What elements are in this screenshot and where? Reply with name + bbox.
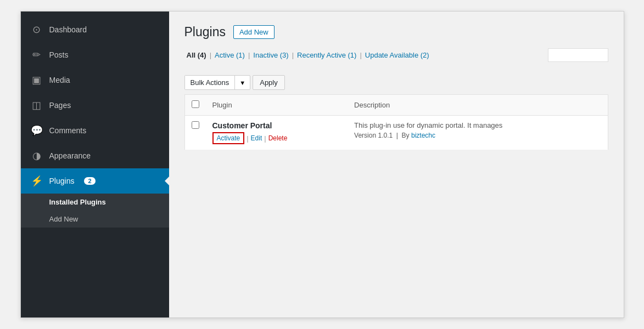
filter-active[interactable]: Active (1): [212, 51, 247, 59]
sidebar-item-label: Posts: [49, 50, 69, 59]
select-all-checkbox[interactable]: [192, 100, 199, 108]
comments-icon: 💬: [31, 124, 43, 137]
sidebar-item-label: Comments: [49, 126, 87, 135]
page-header: Plugins Add New: [184, 25, 608, 39]
filter-update-available[interactable]: Update Available (2): [363, 51, 432, 59]
plugin-version: 1.0.1: [378, 132, 393, 139]
media-icon: ▣: [31, 74, 43, 86]
sidebar-sub-item-installed-plugins[interactable]: Installed Plugins: [21, 194, 169, 211]
sidebar-item-label: Appearance: [49, 151, 91, 160]
plugin-name: Customer Portal: [212, 121, 341, 130]
filter-recently-active[interactable]: Recently Active (1): [295, 51, 359, 59]
sidebar: ⊙ Dashboard ✏ Posts ▣ Media ◫ Pages 💬 Co…: [21, 12, 169, 317]
sidebar-submenu-plugins: Installed Plugins Add New: [21, 194, 169, 228]
activate-button[interactable]: Activate: [212, 132, 245, 144]
col-description: Description: [348, 95, 608, 116]
pages-icon: ◫: [31, 99, 43, 111]
sidebar-item-appearance[interactable]: ◑ Appearance: [21, 143, 169, 168]
row-checkbox[interactable]: [192, 121, 199, 129]
row-checkbox-cell: [184, 116, 206, 150]
search-input[interactable]: [548, 48, 608, 62]
posts-icon: ✏: [31, 49, 43, 61]
sidebar-item-dashboard[interactable]: ⊙ Dashboard: [21, 17, 169, 42]
sidebar-item-label: Media: [49, 76, 70, 84]
sidebar-item-label: Plugins: [49, 177, 75, 185]
table-header-row: Plugin Description: [184, 95, 608, 116]
toolbar: Bulk Actions ▼ Apply: [184, 71, 608, 94]
sidebar-active-arrow: [165, 177, 169, 185]
toolbar-left: Bulk Actions ▼ Apply: [184, 75, 285, 90]
filter-bar: All (4) | Active (1) | Inactive (3) | Re…: [184, 48, 608, 62]
appearance-icon: ◑: [31, 150, 43, 162]
edit-link[interactable]: Edit: [251, 134, 262, 142]
bulk-actions-wrapper: Bulk Actions ▼: [184, 75, 251, 90]
sidebar-item-comments[interactable]: 💬 Comments: [21, 118, 169, 143]
filter-all[interactable]: All (4): [184, 51, 209, 59]
main-content: Plugins Add New All (4) | Active (1) | I…: [169, 12, 624, 317]
col-checkbox: [184, 95, 206, 116]
apply-button[interactable]: Apply: [253, 75, 285, 90]
plugin-author-link[interactable]: biztechc: [411, 132, 435, 139]
sidebar-sub-item-add-new[interactable]: Add New: [21, 211, 169, 228]
sidebar-item-plugins[interactable]: ⚡ Plugins 2: [21, 168, 169, 194]
add-new-button[interactable]: Add New: [233, 25, 275, 39]
plugin-actions: Activate | Edit | Delete: [212, 132, 341, 144]
row-plugin-cell: Customer Portal Activate | Edit | Delete: [206, 116, 348, 150]
plugins-icon: ⚡: [31, 175, 43, 187]
page-title: Plugins: [184, 25, 226, 39]
plugins-table: Plugin Description Customer Portal Act: [184, 94, 608, 150]
col-plugin: Plugin: [206, 95, 348, 116]
plugin-meta: Version 1.0.1 | By biztechc: [354, 132, 601, 139]
sidebar-item-pages[interactable]: ◫ Pages: [21, 93, 169, 118]
sidebar-item-label: Pages: [49, 101, 71, 110]
sidebar-item-media[interactable]: ▣ Media: [21, 67, 169, 93]
bulk-actions-label: Bulk Actions: [185, 76, 236, 89]
sidebar-item-label: Dashboard: [49, 25, 87, 34]
dashboard-icon: ⊙: [31, 24, 43, 36]
plugin-description: This plug-in use for dynamic portal. It …: [354, 121, 601, 129]
bulk-actions-dropdown[interactable]: ▼: [235, 77, 250, 89]
row-description-cell: This plug-in use for dynamic portal. It …: [348, 116, 608, 150]
plugins-badge: 2: [84, 177, 95, 185]
table-row: Customer Portal Activate | Edit | Delete…: [184, 116, 608, 150]
delete-link[interactable]: Delete: [268, 134, 288, 142]
sidebar-item-posts[interactable]: ✏ Posts: [21, 42, 169, 67]
filter-inactive[interactable]: Inactive (3): [251, 51, 290, 59]
